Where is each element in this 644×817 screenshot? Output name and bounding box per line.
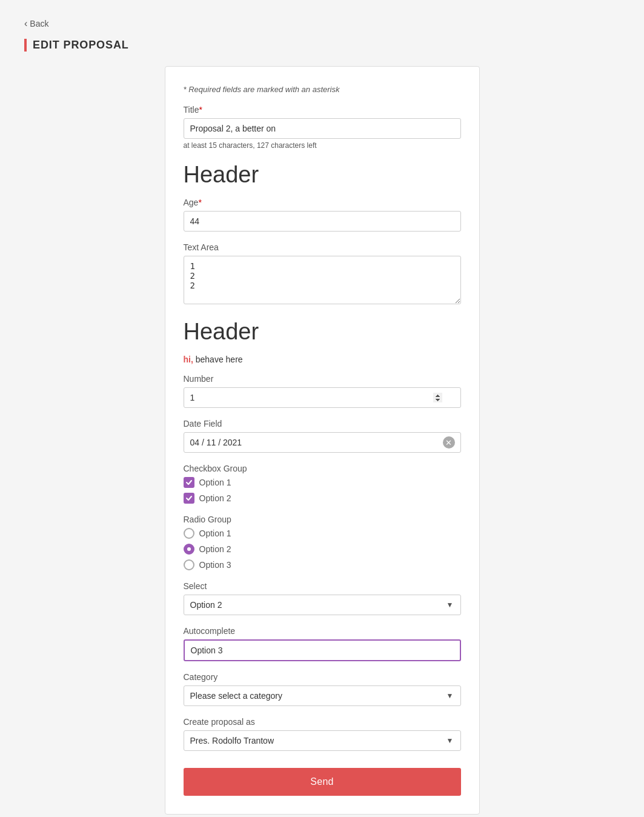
create-as-select[interactable]: Pres. Rodolfo Trantow: [184, 730, 461, 751]
date-input-wrapper: ✕: [184, 432, 461, 453]
age-field-group: Age*: [184, 198, 461, 232]
create-as-field-group: Create proposal as Pres. Rodolfo Trantow…: [184, 717, 461, 751]
number-field-group: Number: [184, 374, 461, 408]
title-input[interactable]: [184, 118, 461, 139]
checkbox-field-group: Checkbox Group Option 1: [184, 464, 461, 504]
checkbox-option-1[interactable]: Option 1: [184, 477, 461, 488]
number-input[interactable]: [184, 387, 461, 408]
checkbox-1-label: Option 1: [199, 478, 231, 487]
checkbox-2-indicator: [184, 493, 194, 504]
checkbox-option-2[interactable]: Option 2: [184, 493, 461, 504]
select-wrapper: Option 1 Option 2 Option 3 ▼: [184, 595, 461, 615]
select-label: Select: [184, 581, 461, 591]
autocomplete-field-group: Autocomplete: [184, 626, 461, 661]
date-input[interactable]: [184, 432, 461, 453]
form-card: * Required fields are marked with an ast…: [165, 66, 480, 815]
title-label: Title*: [184, 105, 461, 115]
textarea-label: Text Area: [184, 242, 461, 252]
required-note: * Required fields are marked with an ast…: [184, 85, 461, 94]
radio-1-indicator: [184, 528, 194, 539]
autocomplete-input[interactable]: [184, 639, 461, 661]
radio-group: Option 1 Option 2 Option 3: [184, 528, 461, 570]
select-input[interactable]: Option 1 Option 2 Option 3: [184, 595, 461, 615]
checkbox-1-indicator: [184, 477, 194, 488]
checkbox-2-label: Option 2: [199, 493, 231, 503]
age-input[interactable]: [184, 211, 461, 232]
char-count: at least 15 characters, 127 characters l…: [184, 141, 461, 150]
back-link[interactable]: Back: [24, 18, 48, 29]
section-header-1: Header: [184, 162, 461, 188]
number-input-wrapper: [184, 387, 461, 408]
category-label: Category: [184, 672, 461, 682]
radio-1-label: Option 1: [199, 529, 231, 538]
create-as-select-wrapper: Pres. Rodolfo Trantow ▼: [184, 730, 461, 751]
checkbox-group: Option 1 Option 2: [184, 477, 461, 504]
page-title: EDIT PROPOSAL: [24, 39, 620, 52]
autocomplete-label: Autocomplete: [184, 626, 461, 636]
select-field-group: Select Option 1 Option 2 Option 3 ▼: [184, 581, 461, 615]
date-field-group: Date Field ✕: [184, 419, 461, 453]
radio-field-group: Radio Group Option 1 Option 2 Option 3: [184, 515, 461, 570]
radio-option-2[interactable]: Option 2: [184, 544, 461, 555]
checkbox-group-label: Checkbox Group: [184, 464, 461, 473]
radio-3-indicator: [184, 559, 194, 570]
category-field-group: Category Please select a category ▼: [184, 672, 461, 706]
radio-option-3[interactable]: Option 3: [184, 559, 461, 570]
section-header-2: Header: [184, 319, 461, 345]
category-select-wrapper: Please select a category ▼: [184, 685, 461, 706]
radio-3-label: Option 3: [199, 560, 231, 570]
category-select[interactable]: Please select a category: [184, 685, 461, 706]
age-label: Age*: [184, 198, 461, 207]
radio-group-label: Radio Group: [184, 515, 461, 524]
create-as-label: Create proposal as: [184, 717, 461, 727]
title-field-group: Title* at least 15 characters, 127 chara…: [184, 105, 461, 150]
radio-option-1[interactable]: Option 1: [184, 528, 461, 539]
number-label: Number: [184, 374, 461, 384]
textarea-input[interactable]: 1 2 2: [184, 256, 461, 304]
date-clear-button[interactable]: ✕: [443, 436, 455, 449]
send-button[interactable]: Send: [184, 768, 461, 796]
textarea-field-group: Text Area 1 2 2: [184, 242, 461, 307]
date-label: Date Field: [184, 419, 461, 429]
section-subtitle: hi, behave here: [184, 355, 461, 364]
radio-2-indicator: [184, 544, 194, 555]
radio-2-label: Option 2: [199, 544, 231, 554]
